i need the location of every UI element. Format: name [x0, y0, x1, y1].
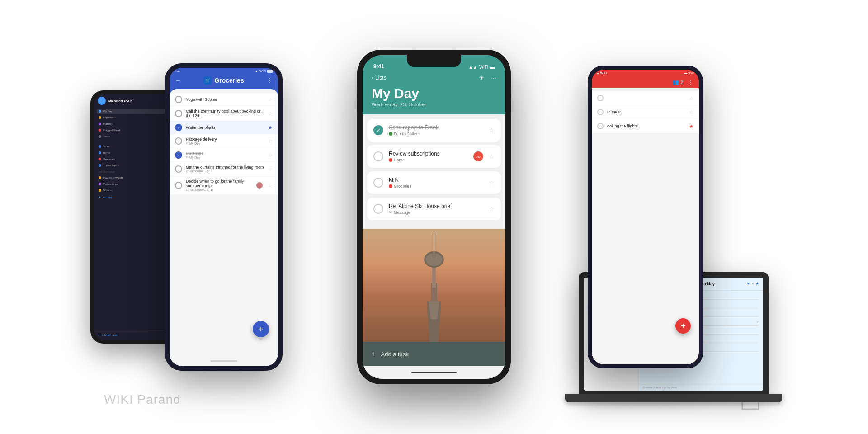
sidebar-item-movies[interactable]: Movies to watch 6 [97, 175, 175, 180]
star-icon[interactable]: ☆ [489, 205, 495, 212]
add-task-label: Add a task [381, 351, 409, 358]
home-indicator [411, 372, 457, 373]
task-checkbox[interactable]: ✓ [175, 124, 182, 131]
sidebar-item-newlist[interactable]: + New list [97, 194, 175, 201]
task-content: Re: Alpine Ski House brief ✉ Message [389, 203, 483, 215]
task-card-ski[interactable]: Re: Alpine Ski House brief ✉ Message ☆ [367, 198, 501, 220]
fab-button[interactable]: + [253, 321, 269, 337]
task-text: Water the plants [186, 125, 264, 130]
people-icon[interactable]: 👥 2 [672, 79, 684, 85]
task-checkbox[interactable]: ✓ [175, 151, 182, 159]
star-icon[interactable]: ☆ [268, 111, 273, 117]
groceries-icon: 🛒 [203, 76, 212, 85]
task-checkbox[interactable] [597, 109, 604, 115]
sidebar-item-flagged[interactable]: Flagged Email 5 [97, 127, 175, 133]
star-icon[interactable]: ☆ [489, 127, 495, 134]
task-checkbox[interactable] [175, 96, 182, 103]
message-icon: ✉ [389, 210, 392, 215]
star-icon[interactable]: ☆ [268, 152, 273, 158]
chevron-left-icon: ‹ [372, 75, 373, 81]
task-item-plants[interactable]: ✓ Water the plants ★ [170, 121, 278, 134]
sidebar-item-tripjapan[interactable]: Trip to Japan 9 [97, 163, 175, 168]
task-text: Yoga with Sophie [186, 97, 264, 102]
task-checkbox[interactable] [597, 95, 604, 101]
task-sub: ⊙My Day [186, 156, 264, 159]
iphone-notch [407, 55, 461, 67]
brightness-icon[interactable]: ☀ [479, 74, 485, 81]
iphone-time: 9:41 [373, 63, 384, 70]
star-icon[interactable]: ☆ [268, 183, 273, 189]
red-task-item-1[interactable]: ☆ [592, 91, 699, 105]
edit-icon[interactable]: ✎ [747, 282, 750, 286]
task-checkbox[interactable] [373, 178, 383, 188]
more-icon[interactable]: ··· [491, 74, 496, 81]
more-icon[interactable]: ⋮ [266, 77, 273, 84]
task-checkbox[interactable] [597, 123, 604, 129]
iphone-home-bar [363, 366, 505, 379]
task-card-subscriptions[interactable]: Review subscriptions Home JD ☆ [367, 145, 501, 168]
user-avatar: JD [473, 151, 483, 161]
task-checkbox[interactable] [175, 182, 182, 189]
red-app-header: 👥 2 ⋮ [592, 76, 699, 88]
sidebar-item-groceries[interactable]: Groceries 5 [97, 156, 175, 162]
sidebar-item-myday[interactable]: My Day [97, 108, 175, 114]
red-task-list: ☆ to meet ☆ ooking the flights ★ [592, 88, 699, 355]
back-button[interactable]: ‹ Lists [372, 75, 387, 81]
red-task-item-2[interactable]: to meet ☆ [592, 105, 699, 119]
task-item-yoga[interactable]: Yoga with Sophie ☆ [170, 93, 278, 106]
task-card-report[interactable]: Send report to Frank Fourth Coffee ☆ [367, 119, 501, 142]
star-icon-filled[interactable]: ★ [689, 123, 693, 129]
star-icon[interactable]: ☆ [268, 166, 273, 172]
sidebar-item-home[interactable]: Home 10 [97, 150, 175, 156]
task-sub: ⊙ Tomorrow 1 of 3 [186, 188, 253, 192]
task-item-tape[interactable]: ✓ Duet tape ⊙My Day ☆ [170, 148, 278, 162]
star-icon[interactable]: ☆ [689, 95, 693, 101]
android-bottom-bar [170, 355, 278, 366]
task-checkbox[interactable] [175, 137, 182, 145]
red-fab-button[interactable]: + [675, 318, 691, 334]
task-checkbox[interactable] [175, 165, 182, 173]
android-task-list: Yoga with Sophie ☆ Call the community po… [170, 89, 278, 355]
red-bottom-bar [592, 355, 699, 364]
task-sub: ⊙ Tomorrow 1 of 3 [186, 170, 264, 173]
task-card-milk[interactable]: Milk Groceries ☆ [367, 171, 501, 194]
star-icon[interactable]: ☆ [268, 138, 273, 144]
sidebar-item-wishlist[interactable]: Wishlist 23 [97, 188, 175, 193]
watermark-text: WIKI Parand [104, 392, 181, 407]
sidebar-item-tasks[interactable]: Tasks 9 [97, 134, 175, 139]
task-text: Call the community pool about booking on… [186, 109, 264, 118]
task-item-package[interactable]: Package delivery ⊙My Day ☆ [170, 134, 278, 148]
android-time: 9:41 [175, 70, 180, 73]
svg-rect-3 [432, 265, 436, 288]
task-checkbox[interactable] [373, 125, 383, 135]
star-icon-filled[interactable]: ★ [268, 125, 273, 131]
task-checkbox[interactable] [373, 204, 383, 214]
task-title: Review subscriptions [389, 151, 468, 157]
red-task-item-3[interactable]: ooking the flights ★ [592, 119, 699, 133]
star-icon[interactable]: ☆ [489, 153, 495, 160]
android-screen: 9:41 ▲ WiFi ← 🛒 Groceries ⋮ [170, 68, 278, 366]
android-phone-device: 9:41 ▲ WiFi ← 🛒 Groceries ⋮ [165, 63, 283, 371]
task-item-camp[interactable]: Decide when to go for the family summer … [170, 176, 278, 194]
battery-icon: ▬ [490, 65, 495, 70]
task-checkbox[interactable] [175, 110, 182, 117]
star-icon-header[interactable]: ★ [756, 282, 759, 286]
star-icon[interactable]: ☆ [268, 97, 273, 103]
back-button[interactable]: ← [175, 77, 181, 84]
iphone-status-icons: ▲▲ WiFi ▬ [468, 65, 495, 70]
close-icon[interactable]: ✕ [751, 282, 754, 286]
sidebar-item-planned[interactable]: Planned 10 [97, 121, 175, 127]
task-item-pool[interactable]: Call the community pool about booking on… [170, 106, 278, 121]
add-task-bar[interactable]: + Add a task [363, 342, 505, 366]
sidebar-item-work[interactable]: Work 12 [97, 144, 175, 149]
iphone-device: 9:41 ▲▲ WiFi ▬ ‹ Lists [357, 50, 511, 384]
sidebar-item-places[interactable]: Places to go 11 [97, 181, 175, 187]
task-item-curtains[interactable]: Get the curtains trimmed for the living … [170, 162, 278, 176]
task-text: ooking the flights [607, 124, 685, 128]
more-icon[interactable]: ⋮ [688, 79, 693, 85]
star-icon[interactable]: ☆ [489, 179, 495, 186]
star-icon[interactable]: ☆ [689, 109, 693, 115]
task-checkbox[interactable] [373, 151, 383, 161]
remove-icon[interactable]: × [756, 320, 759, 324]
sidebar-item-important[interactable]: Important 5 [97, 115, 175, 120]
